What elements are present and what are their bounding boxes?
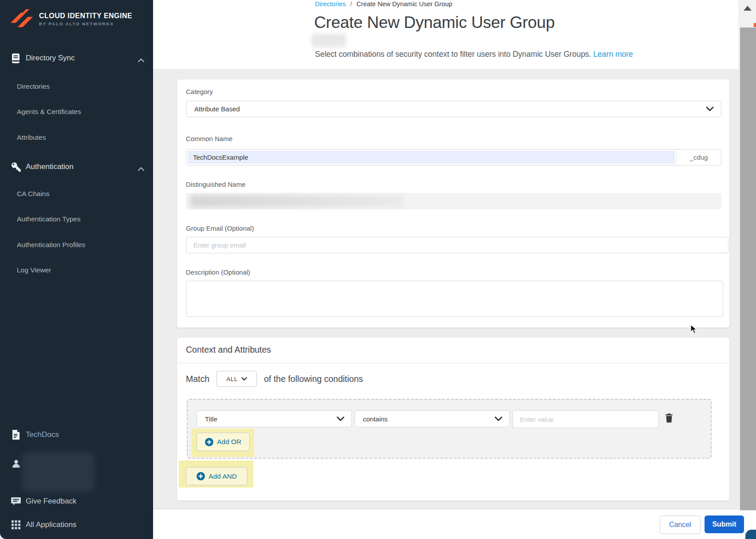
- chevron-down-icon: [337, 417, 344, 421]
- common-name-input[interactable]: TechDocsExample: [188, 151, 675, 164]
- chevron-down-icon: [241, 377, 247, 381]
- category-label: Category: [186, 88, 213, 95]
- trash-icon[interactable]: [665, 413, 673, 425]
- add-or-button[interactable]: Add OR: [197, 433, 250, 451]
- match-label: Match: [186, 374, 209, 384]
- content-header: Directories / Create New Dynamic User Gr…: [153, 0, 756, 69]
- sidebar-section-directory-sync[interactable]: Directory Sync: [0, 51, 153, 66]
- grid-icon: [11, 520, 21, 529]
- chevron-up-icon[interactable]: [138, 56, 144, 64]
- book-icon: [11, 53, 21, 63]
- group-email-label: Group Email (Optional): [186, 224, 254, 232]
- add-and-button[interactable]: Add AND: [186, 467, 248, 485]
- breadcrumb-directories-link[interactable]: Directories: [315, 0, 346, 8]
- sidebar-item-directories[interactable]: Directories: [17, 83, 50, 90]
- redacted-username: [22, 452, 94, 492]
- description-label: Description (Optional): [186, 268, 250, 276]
- common-name-value: TechDocsExample: [193, 153, 248, 161]
- page-title: Create New Dynamic User Group: [314, 13, 555, 32]
- category-select[interactable]: Attribute Based: [186, 101, 721, 117]
- learn-more-link[interactable]: Learn more: [593, 50, 633, 59]
- redacted-chip: [311, 34, 346, 47]
- section-title: Context and Attributes: [186, 345, 271, 355]
- sidebar-section-label: Authentication: [26, 162, 74, 171]
- operator-value: contains: [363, 415, 495, 423]
- match-all-value: ALL: [226, 376, 238, 382]
- common-name-field[interactable]: TechDocsExample _cdug: [186, 149, 721, 165]
- key-icon: [11, 162, 21, 172]
- breadcrumb: Directories / Create New Dynamic User Gr…: [315, 0, 452, 8]
- sidebar-item-log-viewer[interactable]: Log Viewer: [17, 266, 51, 274]
- sidebar-section-label: Directory Sync: [26, 54, 75, 63]
- condition-value-input[interactable]: [512, 410, 659, 428]
- sidebar-item-ca-chains[interactable]: CA Chains: [17, 190, 49, 198]
- match-all-select[interactable]: ALL: [217, 371, 257, 387]
- group-email-input[interactable]: [186, 237, 728, 253]
- cloud-identity-engine-app: CLOUD IDENTITY ENGINE BY PALO ALTO NETWO…: [0, 0, 756, 539]
- scrollbar-marker: [754, 23, 756, 27]
- brand-text: CLOUD IDENTITY ENGINE BY PALO ALTO NETWO…: [39, 12, 132, 26]
- sidebar-item-all-applications[interactable]: All Applications: [0, 517, 153, 532]
- add-and-label: Add AND: [209, 472, 237, 480]
- sidebar-item-give-feedback[interactable]: Give Feedback: [0, 494, 153, 509]
- chevron-down-icon: [706, 106, 714, 111]
- context-attributes-card: Context and Attributes Match ALL of the …: [177, 337, 730, 501]
- distinguished-name-label: Distinguished Name: [186, 181, 245, 188]
- sidebar-section-authentication[interactable]: Authentication: [0, 159, 153, 174]
- description-textarea[interactable]: [186, 281, 723, 317]
- sidebar-item-authentication-profiles[interactable]: Authentication Profiles: [17, 241, 85, 249]
- submit-button[interactable]: Submit: [705, 515, 744, 533]
- add-or-label: Add OR: [217, 438, 241, 446]
- plus-circle-icon: [205, 438, 213, 446]
- feedback-icon: [11, 497, 21, 506]
- user-icon: [11, 459, 21, 468]
- attribute-select[interactable]: Title: [197, 410, 352, 427]
- scrollbar-up-arrow[interactable]: [744, 6, 752, 11]
- section-header: Context and Attributes: [177, 338, 729, 363]
- page-subtitle: Select combinations of security context …: [315, 50, 633, 59]
- palo-alto-logo-icon: [10, 8, 34, 30]
- all-applications-label: All Applications: [26, 520, 76, 529]
- category-value: Attribute Based: [194, 105, 706, 113]
- subtitle-text: Select combinations of security context …: [315, 50, 591, 59]
- techdocs-label: TechDocs: [26, 430, 59, 439]
- distinguished-name-readonly: [186, 193, 721, 209]
- breadcrumb-separator: /: [350, 0, 352, 8]
- operator-select[interactable]: contains: [354, 410, 510, 427]
- sidebar-item-agents-certificates[interactable]: Agents & Certificates: [17, 108, 81, 116]
- feedback-corner-widget[interactable]: [745, 530, 756, 539]
- scrollbar-thumb[interactable]: [740, 28, 756, 510]
- redacted-distinguished-name: [190, 195, 403, 207]
- plus-circle-icon: [197, 472, 205, 480]
- chevron-up-icon[interactable]: [138, 165, 144, 173]
- document-icon: [11, 430, 21, 440]
- chevron-down-icon: [495, 417, 502, 421]
- cancel-button[interactable]: Cancel: [660, 515, 701, 534]
- condition-group: Title contains: [187, 399, 712, 459]
- attribute-value: Title: [205, 415, 337, 423]
- mouse-cursor: [690, 324, 697, 336]
- brand: CLOUD IDENTITY ENGINE BY PALO ALTO NETWO…: [10, 8, 132, 30]
- sidebar-item-techdocs[interactable]: TechDocs: [0, 427, 153, 442]
- breadcrumb-current: Create New Dynamic User Group: [356, 0, 452, 8]
- common-name-suffix: _cdug: [676, 150, 721, 165]
- group-details-card: Category Attribute Based Common Name Tec…: [177, 79, 730, 328]
- brand-title: CLOUD IDENTITY ENGINE: [39, 12, 132, 20]
- sidebar: CLOUD IDENTITY ENGINE BY PALO ALTO NETWO…: [0, 0, 153, 539]
- brand-subtitle: BY PALO ALTO NETWORKS: [39, 21, 132, 26]
- match-suffix: of the following conditions: [264, 374, 363, 384]
- give-feedback-label: Give Feedback: [26, 497, 76, 506]
- sidebar-item-authentication-types[interactable]: Authentication Types: [17, 215, 81, 223]
- sidebar-item-attributes[interactable]: Attributes: [17, 134, 46, 142]
- common-name-label: Common Name: [186, 135, 232, 142]
